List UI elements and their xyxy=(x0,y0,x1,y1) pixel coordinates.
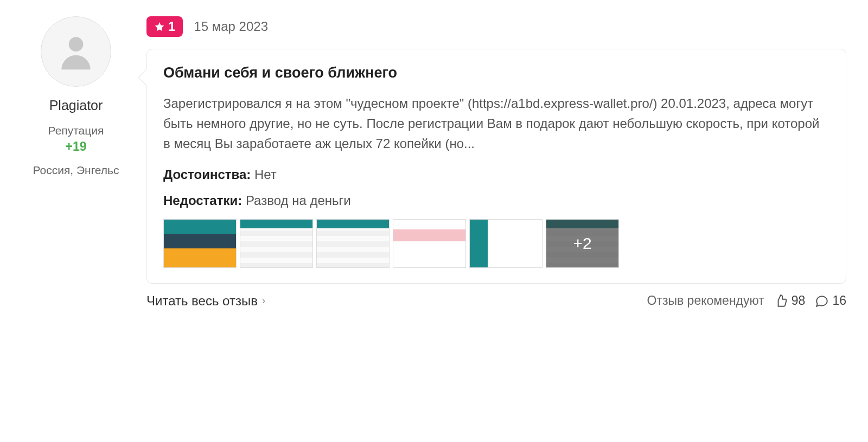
more-overlay: +2 xyxy=(546,220,618,267)
review-text: Зарегистрировался я на этом "чудесном пр… xyxy=(163,93,829,154)
like-button[interactable]: 98 xyxy=(774,293,806,308)
read-more-link[interactable]: Читать весь отзыв › xyxy=(146,293,265,309)
thumbnail[interactable] xyxy=(393,219,466,268)
thumbnail[interactable] xyxy=(163,219,237,268)
rating-value: 1 xyxy=(168,19,175,34)
review-title[interactable]: Обмани себя и своего ближнего xyxy=(163,65,829,81)
avatar[interactable] xyxy=(41,16,111,87)
like-count: 98 xyxy=(792,293,806,308)
recommend-label: Отзыв рекомендуют xyxy=(647,293,764,308)
cons-label: Недостатки: xyxy=(163,193,242,208)
footer-right: Отзыв рекомендуют 98 16 xyxy=(647,293,847,308)
thumbnails: +2 xyxy=(163,219,829,268)
thumbnail[interactable] xyxy=(240,219,313,268)
thumbnail-more[interactable]: +2 xyxy=(546,219,619,268)
rating-badge: 1 xyxy=(146,16,183,37)
reputation-label: Репутация xyxy=(48,124,104,137)
person-icon xyxy=(54,30,98,73)
user-location: Россия, Энгельс xyxy=(33,164,119,177)
thumbs-up-icon xyxy=(774,294,788,308)
comment-button[interactable]: 16 xyxy=(815,293,846,308)
comment-icon xyxy=(815,294,829,308)
review-content: 1 15 мар 2023 Обмани себя и своего ближн… xyxy=(146,16,846,309)
username[interactable]: Plagiator xyxy=(49,98,103,113)
review-header: 1 15 мар 2023 xyxy=(146,16,846,37)
review-footer: Читать весь отзыв › Отзыв рекомендуют 98… xyxy=(146,293,846,309)
svg-point-0 xyxy=(69,37,84,52)
cons-row: Недостатки: Развод на деньги xyxy=(163,193,829,208)
user-column: Plagiator Репутация +19 Россия, Энгельс xyxy=(22,16,130,309)
comment-count: 16 xyxy=(832,293,846,308)
review-date: 15 мар 2023 xyxy=(194,19,268,34)
chevron-right-icon: › xyxy=(262,295,265,306)
star-icon xyxy=(154,21,165,32)
thumbnail[interactable] xyxy=(469,219,542,268)
thumbnail[interactable] xyxy=(316,219,390,268)
pros-row: Достоинства: Нет xyxy=(163,167,829,182)
pros-label: Достоинства: xyxy=(163,167,251,182)
review-card: Plagiator Репутация +19 Россия, Энгельс … xyxy=(22,16,846,309)
pros-value: Нет xyxy=(254,167,277,182)
review-body: Обмани себя и своего ближнего Зарегистри… xyxy=(146,49,846,284)
cons-value: Развод на деньги xyxy=(246,193,351,208)
reputation-value: +19 xyxy=(65,139,86,154)
read-more-label: Читать весь отзыв xyxy=(146,293,258,309)
